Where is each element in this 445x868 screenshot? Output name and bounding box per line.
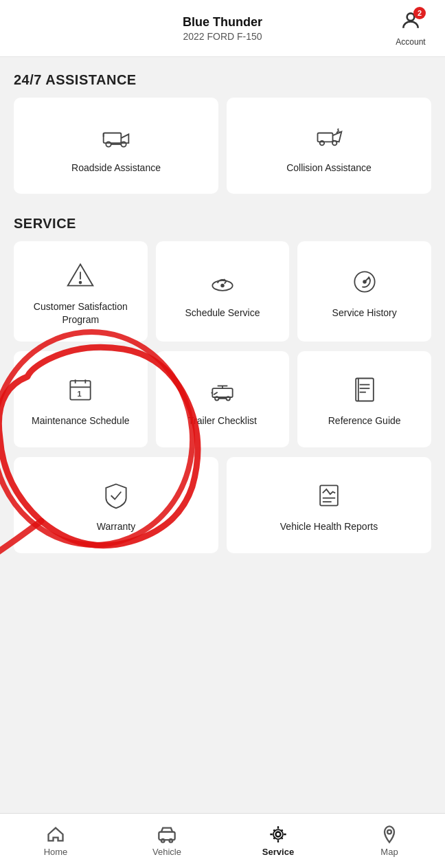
svg-point-11 bbox=[221, 285, 224, 287]
service-history-label: Service History bbox=[332, 307, 397, 320]
schedule-icon bbox=[207, 267, 238, 297]
collision-assistance-label: Collision Assistance bbox=[286, 162, 372, 175]
schedule-service-label: Schedule Service bbox=[185, 307, 260, 320]
svg-rect-27 bbox=[320, 486, 338, 506]
calendar-icon: 1 bbox=[65, 375, 95, 405]
bottom-navigation: Home Vehicle Service Map bbox=[0, 813, 445, 868]
svg-point-9 bbox=[80, 282, 82, 284]
nav-vehicle[interactable]: Vehicle bbox=[111, 819, 223, 863]
service-history-icon bbox=[350, 267, 380, 297]
assistance-heading: 24/7 ASSISTANCE bbox=[0, 57, 445, 98]
warning-triangle-icon bbox=[65, 260, 95, 291]
tow-truck-icon bbox=[101, 122, 131, 152]
nav-home-label: Home bbox=[44, 847, 68, 857]
svg-rect-1 bbox=[104, 133, 122, 143]
svg-rect-31 bbox=[159, 832, 174, 841]
trailer-checklist-card[interactable]: Trailer Checklist bbox=[156, 351, 290, 447]
vehicle-info: Blue Thunder 2022 FORD F-150 bbox=[55, 15, 390, 42]
vehicle-icon bbox=[157, 825, 176, 844]
vehicle-name: Blue Thunder bbox=[55, 15, 390, 30]
page-content: 24/7 ASSISTANCE Roadside Assistance bbox=[0, 57, 445, 622]
svg-point-21 bbox=[226, 397, 230, 401]
service-grid-row3: Warranty Vehicle Health Reports bbox=[0, 457, 445, 560]
customer-satisfaction-card[interactable]: Customer Satisfaction Program bbox=[14, 241, 148, 342]
svg-point-13 bbox=[363, 281, 366, 284]
svg-text:1: 1 bbox=[78, 390, 82, 398]
nav-vehicle-label: Vehicle bbox=[152, 847, 181, 857]
warranty-icon bbox=[101, 480, 131, 511]
map-icon bbox=[380, 825, 399, 844]
reference-guide-label: Reference Guide bbox=[328, 414, 401, 427]
nav-home[interactable]: Home bbox=[0, 819, 111, 863]
notification-badge: 2 bbox=[413, 7, 426, 19]
trailer-checklist-icon bbox=[207, 375, 238, 405]
vehicle-health-icon bbox=[314, 480, 344, 511]
svg-point-20 bbox=[215, 397, 219, 401]
roadside-assistance-label: Roadside Assistance bbox=[71, 162, 161, 175]
service-grid-row2: 1 Maintenance Schedule Trailer Checklist bbox=[0, 351, 445, 454]
nav-service[interactable]: Service bbox=[223, 819, 334, 863]
warranty-card[interactable]: Warranty bbox=[14, 457, 218, 553]
vehicle-subtitle: 2022 FORD F-150 bbox=[55, 31, 390, 42]
svg-point-34 bbox=[276, 832, 281, 837]
service-nav-icon bbox=[269, 825, 288, 844]
customer-satisfaction-label: Customer Satisfaction Program bbox=[21, 300, 141, 326]
reference-guide-card[interactable]: Reference Guide bbox=[297, 351, 431, 447]
nav-map-label: Map bbox=[380, 847, 398, 857]
service-grid-row1: Customer Satisfaction Program Schedule S… bbox=[0, 241, 445, 348]
account-label: Account bbox=[396, 37, 425, 47]
svg-point-36 bbox=[387, 830, 391, 834]
app-header: Blue Thunder 2022 FORD F-150 2 Account bbox=[0, 0, 445, 57]
vehicle-health-reports-card[interactable]: Vehicle Health Reports bbox=[227, 457, 431, 553]
maintenance-schedule-label: Maintenance Schedule bbox=[32, 414, 129, 427]
account-button[interactable]: 2 Account bbox=[390, 10, 431, 47]
svg-point-35 bbox=[273, 830, 283, 839]
trailer-checklist-label: Trailer Checklist bbox=[188, 414, 257, 427]
vehicle-health-reports-label: Vehicle Health Reports bbox=[280, 520, 378, 533]
roadside-assistance-card[interactable]: Roadside Assistance bbox=[14, 98, 218, 194]
collision-assistance-card[interactable]: Collision Assistance bbox=[227, 98, 431, 194]
reference-guide-icon bbox=[350, 375, 380, 405]
service-heading: SERVICE bbox=[0, 201, 445, 241]
schedule-service-card[interactable]: Schedule Service bbox=[156, 241, 290, 342]
nav-map[interactable]: Map bbox=[334, 819, 445, 863]
collision-icon bbox=[314, 122, 344, 152]
assistance-grid: Roadside Assistance Collision Assistance bbox=[0, 98, 445, 201]
home-icon bbox=[46, 825, 65, 844]
service-history-card[interactable]: Service History bbox=[297, 241, 431, 342]
warranty-label: Warranty bbox=[97, 520, 135, 533]
account-icon-wrap: 2 bbox=[400, 10, 422, 34]
svg-rect-5 bbox=[318, 133, 333, 142]
maintenance-schedule-card[interactable]: 1 Maintenance Schedule bbox=[14, 351, 148, 447]
nav-service-label: Service bbox=[262, 847, 294, 857]
